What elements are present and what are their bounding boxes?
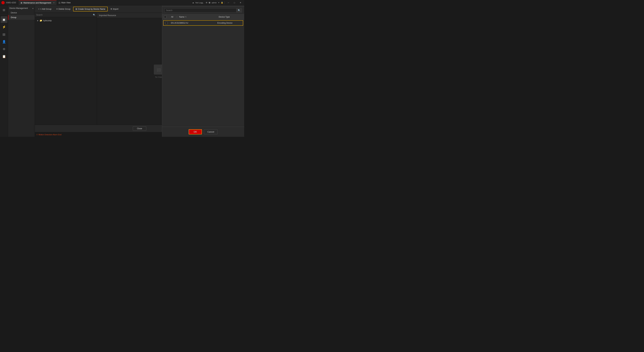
tree-item-kyleuseip[interactable]: ▶ 📁 kyleuseip [36, 18, 96, 22]
nav-group-label: Group [11, 16, 16, 18]
add-icon: + [38, 8, 40, 10]
delete-icon: ✕ [56, 8, 58, 10]
folder-icon: 📁 [40, 19, 42, 22]
modal-create-group: Create Group by Device Name ✕ 🔍 All Name… [162, 0, 244, 137]
account-icon: 👤 [2, 40, 6, 43]
close-window-button[interactable]: ✕ [238, 1, 243, 4]
user-label[interactable]: admin [212, 2, 217, 4]
log-icon: 📋 [2, 55, 6, 58]
sidebar-item-account[interactable]: 👤 [1, 38, 8, 45]
alarm-icon: ⚠ [36, 133, 38, 136]
device-icon: ▣ [2, 18, 5, 21]
row-checkbox[interactable] [165, 22, 168, 24]
storage-icon: ▤ [2, 32, 5, 36]
tree-arrow-icon: ▶ [37, 20, 38, 21]
left-panel: 🔍 ▶ 📁 kyleuseip [35, 13, 97, 125]
cloud-icon: ☁ [192, 1, 194, 4]
col-name-header[interactable]: Name ⇅ [178, 16, 217, 18]
nav-device-label: Device [11, 11, 17, 14]
col-type-header: Device Type [217, 16, 244, 18]
delete-group-button[interactable]: ✕ Delete Group [54, 7, 72, 11]
alarm-text: Motion Detection Alarm End [38, 134, 62, 136]
modal-ok-button[interactable]: OK [189, 129, 202, 134]
sidebar-item-device[interactable]: ▣ [1, 16, 8, 23]
sidebar-item-home[interactable]: ⊞ [1, 7, 8, 13]
table-row[interactable]: DS-2CD2386G2-IU Encoding Device [163, 20, 243, 26]
select-all-checkbox[interactable] [162, 16, 168, 18]
create-group-icon: ⊞ [76, 8, 77, 10]
home-icon: ⊞ [3, 8, 5, 12]
modal-cancel-button[interactable]: Cancel [204, 129, 218, 134]
title-bar-right: ☁ Not Logg... ⊞ ▦ admin ▼ 🔒 ─ □ ✕ [192, 1, 243, 4]
app-title: iVMS-4200 [6, 1, 16, 4]
sidebar-item-log[interactable]: 📋 [1, 53, 8, 60]
sidebar-item-event[interactable]: ⚡ [1, 24, 8, 30]
modal-search-area: 🔍 [162, 7, 244, 14]
create-group-button[interactable]: ⊞ Create Group by Device Name [73, 7, 108, 11]
minimize-button[interactable]: ─ [226, 1, 231, 4]
nav-item-group[interactable]: Group [8, 15, 35, 20]
sidebar-item-system[interactable]: ⚙ [1, 46, 8, 52]
collapse-icon[interactable]: ◀ [32, 7, 33, 9]
tab-main-view-icon: ◫ [58, 1, 60, 4]
system-icon: ⚙ [3, 47, 5, 51]
sidebar-icons: ⊞ ▣ ⚡ ▤ 👤 ⚙ 📋 [0, 5, 8, 137]
app-logo [1, 1, 5, 4]
cloud-status: Not Logg... [196, 2, 204, 4]
title-tabs: ⊞ Maintenance and Management ✕ ◫ Main Vi… [18, 0, 192, 5]
row-device-name: DS-2CD2386G2-IU [170, 22, 216, 24]
search-icon: 🔍 [93, 14, 96, 16]
modal-table: All Name ⇅ Device Type DS-2CD2386G2-IU E… [162, 14, 244, 127]
sidebar-item-storage[interactable]: ▤ [1, 31, 8, 38]
lock-icon[interactable]: 🔒 [221, 1, 223, 4]
alarm-indicator: ⚠ Motion Detection Alarm End [36, 133, 62, 136]
left-nav: Device Management ◀ Device Group [8, 5, 35, 137]
modal-search-input[interactable] [164, 8, 236, 12]
no-data-label: No Data [155, 76, 162, 78]
imported-resource-header: Imported Resource [97, 14, 171, 16]
tab-main-view[interactable]: ◫ Main View [56, 0, 72, 5]
import-icon: ⬆ [110, 8, 112, 10]
dropdown-icon: ▼ [218, 2, 220, 3]
row-device-type: Encoding Device [216, 22, 243, 24]
event-icon: ⚡ [2, 25, 6, 29]
sort-icon: ⇅ [185, 16, 186, 18]
row-checkbox-container[interactable] [164, 22, 170, 24]
all-checkbox[interactable] [164, 16, 166, 18]
tree-item-label: kyleuseip [43, 19, 52, 22]
search-input[interactable] [36, 14, 93, 16]
modal-footer: OK Cancel [162, 127, 244, 137]
tab-maintenance-label: Maintenance and Management [23, 2, 51, 4]
tree-area: ▶ 📁 kyleuseip [35, 17, 97, 125]
title-bar: iVMS-4200 ⊞ Maintenance and Management ✕… [0, 0, 244, 5]
tab-maintenance-icon: ⊞ [21, 2, 22, 4]
modal-table-header: All Name ⇅ Device Type [162, 14, 244, 20]
nav-item-device[interactable]: Device [8, 10, 35, 15]
search-bar: 🔍 [35, 13, 97, 17]
tab-maintenance[interactable]: ⊞ Maintenance and Management ✕ [18, 0, 56, 5]
left-nav-wrapper: Device Management ◀ Device Group [8, 5, 35, 137]
close-button[interactable]: Close [133, 126, 146, 131]
add-group-button[interactable]: + + Add Group [36, 7, 54, 11]
import-button[interactable]: ⬆ Import [108, 7, 120, 11]
main-layout: ⊞ ▣ ⚡ ▤ 👤 ⚙ 📋 Device Management ◀ [0, 5, 244, 137]
modal-search-icon: 🔍 [236, 8, 242, 12]
layout-icon[interactable]: ▦ [209, 1, 210, 4]
tab-maintenance-close[interactable]: ✕ [53, 2, 54, 4]
maximize-button[interactable]: □ [232, 1, 237, 4]
col-all-label: All [168, 16, 176, 18]
device-management-label: Device Management [10, 7, 28, 9]
tab-main-view-label: Main View [62, 1, 70, 4]
grid-icon[interactable]: ⊞ [206, 1, 207, 4]
